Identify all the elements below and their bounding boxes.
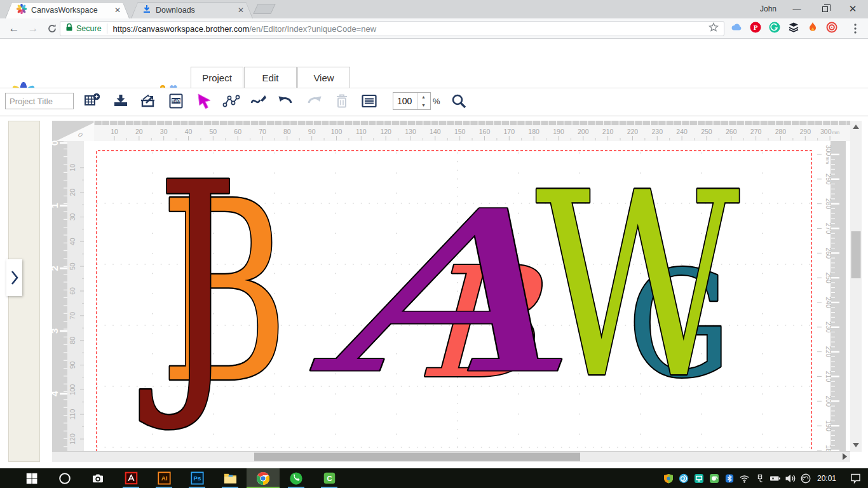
avg-tray-icon[interactable] — [661, 468, 676, 488]
screen-rec-tray-icon[interactable] — [691, 468, 707, 488]
svg-text:100: 100 — [69, 384, 76, 395]
target-extension-icon[interactable] — [826, 22, 837, 36]
creative-cloud-tray-icon[interactable] — [798, 468, 813, 488]
battery-tray-icon[interactable] — [768, 468, 783, 488]
zoom-spinner: ▲ ▼ — [417, 93, 429, 109]
download-icon[interactable] — [112, 92, 130, 110]
spiral-tray-icon[interactable] — [676, 468, 691, 488]
vertical-scroll-thumb[interactable] — [851, 231, 861, 278]
minimize-button[interactable]: — — [783, 0, 811, 18]
editor-toolbar: SVG ▲ ▼ % — [0, 88, 868, 116]
export-to-machine-icon[interactable] — [140, 92, 158, 110]
svg-text:80: 80 — [69, 337, 76, 344]
select-tool-icon[interactable] — [195, 92, 213, 110]
camtasia-taskbar-icon[interactable]: C — [313, 468, 346, 488]
browser-titlebar: CanvasWorkspace ✕ Downloads ✕ John — ✕ — [0, 0, 868, 18]
illustrator-taskbar-icon[interactable]: Ai — [147, 468, 180, 488]
svg-import-icon[interactable]: SVG — [167, 92, 185, 110]
bookmark-star-icon[interactable] — [709, 22, 719, 35]
monogram-WG[interactable]: GW — [536, 139, 740, 435]
whatsapp-taskbar-icon[interactable] — [280, 468, 313, 488]
panel-expand-button[interactable] — [6, 259, 22, 296]
tab-edit[interactable]: Edit — [244, 67, 297, 88]
properties-panel-icon[interactable] — [360, 92, 378, 110]
refresh-icon[interactable] — [44, 21, 60, 36]
svg-text:4: 4 — [49, 391, 60, 396]
bluetooth-tray-icon[interactable] — [722, 468, 737, 488]
downloads-favicon — [142, 4, 151, 16]
new-mat-icon[interactable] — [83, 92, 101, 110]
chrome-taskbar-icon[interactable] — [247, 468, 280, 488]
address-bar[interactable]: Secure https://canvasworkspace.brother.c… — [60, 21, 724, 36]
volume-tray-icon[interactable] — [783, 468, 798, 488]
horizontal-scroll-thumb[interactable] — [254, 453, 580, 461]
url-text[interactable]: https://canvasworkspace.brother.com/en/E… — [113, 24, 376, 34]
design-canvas[interactable]: 0102030405060708090100110120130140150160… — [0, 117, 868, 468]
svg-text:10: 10 — [111, 128, 118, 135]
browser-navbar: ← → Secure https://canvasworkspace.broth… — [0, 18, 868, 39]
tab-canvasworkspace[interactable]: CanvasWorkspace ✕ — [5, 2, 130, 18]
svg-text:Ai: Ai — [161, 475, 167, 482]
flame-extension-icon[interactable] — [807, 22, 818, 36]
tab-project[interactable]: Project — [191, 67, 243, 88]
url-path: /en/Editor/Index?uniqueCode=new — [249, 24, 376, 34]
svg-text:180: 180 — [528, 128, 539, 135]
zoom-lens-icon[interactable] — [450, 92, 468, 110]
forward-icon[interactable]: → — [25, 21, 41, 36]
svg-text:80: 80 — [283, 128, 291, 135]
redo-icon[interactable] — [305, 92, 323, 110]
grammarly-extension-icon[interactable] — [769, 22, 780, 36]
browser-menu-icon[interactable] — [848, 21, 863, 36]
rider-tray-icon[interactable] — [707, 468, 722, 488]
secure-label: Secure — [76, 24, 102, 33]
buffer-extension-icon[interactable] — [788, 22, 799, 36]
acrobat-taskbar-icon[interactable] — [114, 468, 147, 488]
svg-text:70: 70 — [69, 312, 76, 320]
vertical-scrollbar[interactable] — [850, 121, 862, 452]
zoom-decrease-icon[interactable]: ▼ — [418, 101, 429, 109]
svg-text:40: 40 — [69, 238, 76, 245]
extension-icons: P — [731, 22, 837, 36]
monogram-letter-W[interactable]: W — [536, 139, 740, 435]
svg-text:2: 2 — [49, 266, 60, 271]
node-edit-icon[interactable] — [222, 92, 240, 110]
tab-downloads[interactable]: Downloads ✕ — [131, 2, 253, 18]
delete-icon[interactable] — [333, 92, 351, 110]
camera-taskbar-icon[interactable] — [81, 468, 114, 488]
tab-close-icon[interactable]: ✕ — [114, 6, 121, 15]
close-button[interactable]: ✕ — [839, 0, 867, 18]
windows-start-taskbar-icon[interactable] — [15, 468, 48, 488]
svg-text:C: C — [327, 475, 332, 482]
draw-path-icon[interactable] — [250, 92, 268, 110]
svg-text:P: P — [754, 24, 758, 31]
project-title-input[interactable] — [5, 93, 74, 109]
taskbar-clock[interactable]: 20:01 — [817, 474, 836, 483]
svg-text:SVG: SVG — [172, 98, 180, 103]
cortana-taskbar-icon[interactable] — [48, 468, 81, 488]
restore-button[interactable] — [811, 0, 839, 18]
wifi-tray-icon[interactable] — [737, 468, 752, 488]
new-tab-button[interactable] — [253, 4, 275, 14]
undo-icon[interactable] — [277, 92, 295, 110]
svg-text:10: 10 — [69, 164, 76, 172]
photoshop-taskbar-icon[interactable]: Ps — [180, 468, 214, 488]
svg-text:110: 110 — [69, 409, 76, 420]
monogram-AB[interactable]: BA — [308, 164, 563, 423]
back-icon[interactable]: ← — [6, 21, 22, 36]
cloud-extension-icon[interactable] — [731, 22, 742, 36]
chevron-right-icon — [10, 269, 19, 286]
svg-text:190: 190 — [553, 128, 564, 135]
tab-close-icon[interactable]: ✕ — [238, 6, 244, 15]
zoom-input[interactable] — [393, 93, 417, 109]
left-ruler: 012345102030405060708090100110120 — [49, 140, 84, 462]
explorer-taskbar-icon[interactable] — [214, 468, 247, 488]
monogram-JB[interactable]: BJ — [138, 126, 288, 438]
monogram-letter-A[interactable]: A — [308, 164, 563, 423]
zoom-increase-icon[interactable]: ▲ — [418, 93, 429, 101]
usb-tray-icon[interactable] — [752, 468, 768, 488]
pinterest-extension-icon[interactable]: P — [750, 22, 761, 36]
svg-text:120: 120 — [380, 128, 391, 135]
tab-view[interactable]: View — [297, 67, 350, 88]
svg-text:110: 110 — [356, 128, 367, 135]
action-center-icon[interactable] — [843, 468, 868, 488]
